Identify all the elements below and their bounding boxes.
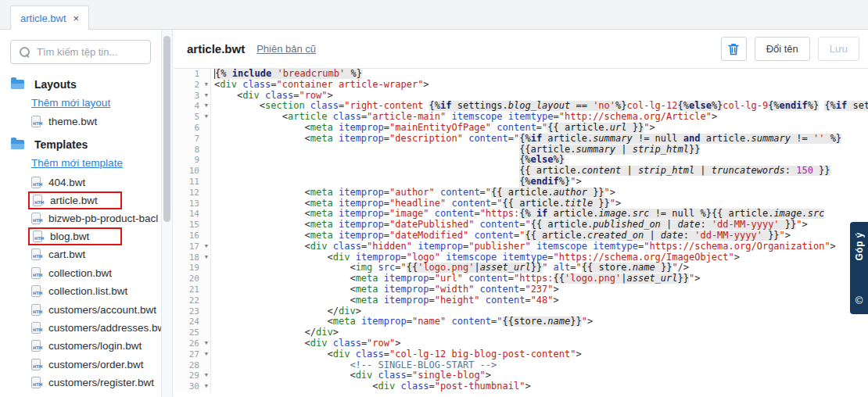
fold-arrow-icon[interactable]: ▼ xyxy=(205,338,208,349)
code-line-21[interactable]: 21 <meta itemprop="width" content="237"> xyxy=(174,284,868,295)
file-item-customers-order-bwt[interactable]: customers/order.bwt xyxy=(0,356,161,374)
code-line-11[interactable]: 11 {%endif%}"> xyxy=(174,177,868,188)
line-number: 7 xyxy=(174,134,211,145)
file-item-customers-login-bwt[interactable]: customers/login.bwt xyxy=(0,337,161,355)
file-name: customers/order.bwt xyxy=(48,359,144,370)
code-line-25[interactable]: 25 </div> xyxy=(174,327,868,338)
fold-arrow-icon[interactable]: ▼ xyxy=(205,252,208,263)
line-number: 9 xyxy=(174,155,211,166)
code-line-13[interactable]: 13 <meta itemprop="headline" content="{{… xyxy=(174,198,868,209)
code-content: <div class="single-blog"> xyxy=(211,370,868,381)
htm-file-icon xyxy=(31,322,41,334)
code-line-12[interactable]: 12 <meta itemprop="author" content="{{ a… xyxy=(174,188,868,198)
code-content: <div class="col-lg-12 big-blog-post-cont… xyxy=(211,349,868,360)
code-line-23[interactable]: 23 </div> xyxy=(174,306,868,317)
fold-arrow-icon[interactable]: ▼ xyxy=(205,381,208,392)
htm-file-icon xyxy=(31,340,41,352)
code-line-6[interactable]: 6 <meta itemprop="mainEntityOfPage" cont… xyxy=(174,123,868,134)
code-line-30[interactable]: 30▼ <div class="post-thumbnail"> xyxy=(174,381,868,392)
file-item-theme-bwt[interactable]: theme.bwt xyxy=(0,113,161,131)
code-line-14[interactable]: 14 <meta itemprop="image" content="https… xyxy=(174,209,868,220)
sidebar-scrollbar-thumb[interactable] xyxy=(163,36,170,222)
file-item-cart-bwt[interactable]: cart.bwt xyxy=(0,245,161,263)
file-title: article.bwt xyxy=(187,42,245,55)
line-number: 18▼ xyxy=(174,252,211,263)
code-line-7[interactable]: 7 <meta itemprop="description" content="… xyxy=(174,134,868,145)
file-name: article.bwt xyxy=(50,195,98,206)
code-content: <div class="container article-wraper"> xyxy=(211,80,868,91)
file-item-blog-bwt[interactable]: blog.bwt xyxy=(28,227,122,245)
file-item-collection-list-bwt[interactable]: collection.list.bwt xyxy=(0,282,161,300)
tab-article-bwt[interactable]: article.bwt × xyxy=(10,5,89,30)
file-item-bizweb-pb-product-bacl[interactable]: bizweb-pb-product-bacl xyxy=(0,209,161,227)
fold-arrow-icon[interactable]: ▼ xyxy=(205,91,208,102)
section-label: Templates xyxy=(34,138,88,151)
feedback-circle-icon: © xyxy=(855,295,863,306)
line-number: 8 xyxy=(174,145,211,156)
tab-bar: article.bwt × xyxy=(0,0,868,30)
tab-close-icon[interactable]: × xyxy=(74,13,80,23)
add-new-templates-link[interactable]: Thêm mới template xyxy=(31,157,123,169)
feedback-tab[interactable]: Góp ý © xyxy=(850,222,868,314)
code-line-27[interactable]: 27▼ <div class="col-lg-12 big-blog-post-… xyxy=(174,349,868,360)
code-line-10[interactable]: 10 {{ article.content | strip_html | tru… xyxy=(174,166,868,177)
add-new-layouts-link[interactable]: Thêm mới layout xyxy=(31,97,110,109)
code-line-28[interactable]: 28 <!-- SINGLE-BLOG-START --> xyxy=(174,360,868,371)
sidebar-section-layouts[interactable]: Layouts xyxy=(0,70,161,95)
delete-file-button[interactable] xyxy=(721,37,747,61)
file-search-box[interactable] xyxy=(10,40,151,64)
line-number: 27▼ xyxy=(174,349,211,360)
file-name: blog.bwt xyxy=(50,231,89,242)
code-line-8[interactable]: 8 {{article.summary | strip_html}} xyxy=(174,145,868,156)
code-line-29[interactable]: 29▼ <div class="single-blog"> xyxy=(174,370,868,381)
code-line-9[interactable]: 9 {%else%} xyxy=(174,155,868,166)
code-line-19[interactable]: 19 <img src="{{'logo.png'|asset_url}}" a… xyxy=(174,263,868,274)
code-line-1[interactable]: 1{% include 'breadcrumb' %} xyxy=(174,69,868,80)
file-item-customers-addresses-bw[interactable]: customers/addresses.bw xyxy=(0,319,161,337)
code-line-5[interactable]: 5▼ <article class="article-main" itemsco… xyxy=(174,112,868,123)
file-name: customers/addresses.bw xyxy=(48,322,161,334)
fold-arrow-icon[interactable]: ▼ xyxy=(205,112,208,123)
code-line-20[interactable]: 20 <meta itemprop="url" content="https:{… xyxy=(174,274,868,284)
sidebar-section-templates[interactable]: Templates xyxy=(0,131,161,155)
file-item-collection-bwt[interactable]: collection.bwt xyxy=(0,264,161,282)
code-content: <img src="{{'logo.png'|asset_url}}" alt=… xyxy=(211,263,868,274)
code-line-16[interactable]: 16 <meta itemprop="dateModified" content… xyxy=(174,231,868,241)
sidebar-scrollbar-track xyxy=(161,30,173,397)
code-line-2[interactable]: 2▼<div class="container article-wraper"> xyxy=(174,80,868,91)
file-item-404-bwt[interactable]: 404.bwt xyxy=(0,173,161,191)
line-number: 20 xyxy=(174,274,211,284)
file-name: theme.bwt xyxy=(48,116,97,127)
code-content: <!-- SINGLE-BLOG-START --> xyxy=(211,360,868,371)
editor-actions: Đổi tên Lưu xyxy=(721,37,859,61)
fold-arrow-icon[interactable]: ▼ xyxy=(205,80,208,91)
fold-arrow-icon[interactable]: ▼ xyxy=(205,241,208,252)
file-item-article-bwt[interactable]: article.bwt xyxy=(28,191,122,209)
line-number: 12 xyxy=(174,188,211,198)
line-number: 5▼ xyxy=(174,112,211,123)
fold-arrow-icon[interactable]: ▼ xyxy=(205,370,208,381)
code-line-4[interactable]: 4▼ <section class="right-content {%if se… xyxy=(174,101,868,112)
search-input[interactable] xyxy=(37,46,142,58)
line-number: 14 xyxy=(174,209,211,220)
code-line-15[interactable]: 15 <meta itemprop="datePublished" conten… xyxy=(174,220,868,231)
htm-file-icon xyxy=(33,195,42,206)
code-line-17[interactable]: 17▼ <div class="hidden" itemprop="publis… xyxy=(174,241,868,252)
fold-arrow-icon[interactable]: ▼ xyxy=(205,349,208,360)
rename-button[interactable]: Đổi tên xyxy=(755,37,810,61)
code-line-26[interactable]: 26▼ <div class="row"> xyxy=(174,338,868,349)
fold-arrow-icon[interactable]: ▼ xyxy=(205,101,208,112)
code-line-22[interactable]: 22 <meta itemprop="height" content="48"> xyxy=(174,295,868,306)
htm-file-icon xyxy=(31,267,41,279)
code-line-18[interactable]: 18▼ <div itemprop="logo" itemscope itemt… xyxy=(174,252,868,263)
save-button[interactable]: Lưu xyxy=(818,37,859,61)
old-version-link[interactable]: Phiên bản cũ xyxy=(256,43,316,55)
code-line-24[interactable]: 24 <meta itemprop="name" content="{{stor… xyxy=(174,317,868,327)
code-content: <meta itemprop="headline" content="{{ ar… xyxy=(211,198,868,209)
line-number: 25 xyxy=(174,327,211,338)
line-number: 3▼ xyxy=(174,91,211,102)
file-item-customers-register-bwt[interactable]: customers/register.bwt xyxy=(0,374,161,392)
code-editor[interactable]: 1{% include 'breadcrumb' %}2▼<div class=… xyxy=(174,69,868,397)
file-item-customers-account-bwt[interactable]: customers/account.bwt xyxy=(0,300,161,318)
code-line-3[interactable]: 3▼ <div class="row"> xyxy=(174,91,868,102)
